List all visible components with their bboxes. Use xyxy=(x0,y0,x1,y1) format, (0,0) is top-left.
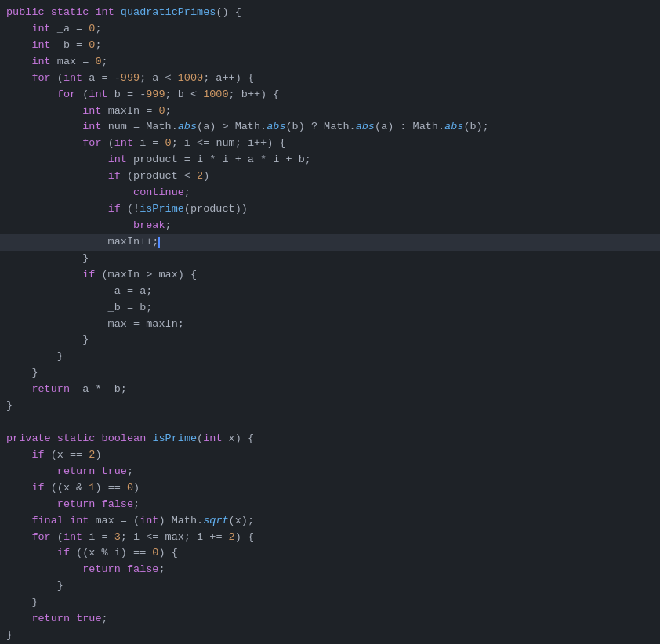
token-plain: ; xyxy=(165,105,172,117)
token-plain xyxy=(6,515,31,526)
code-line: } xyxy=(0,595,660,611)
token-plain: product = i * i + a * i + b; xyxy=(127,154,311,165)
code-line: int maxIn = 0; xyxy=(0,103,660,120)
code-line: maxIn++; xyxy=(0,234,660,251)
token-kw: int xyxy=(140,515,158,526)
code-line: if (product < 2) xyxy=(0,168,660,185)
token-plain: (maxIn > max) { xyxy=(95,269,197,280)
code-line: int num = Math.abs(a) > Math.abs(b) ? Ma… xyxy=(0,119,660,136)
token-plain xyxy=(6,482,31,494)
token-kw: int xyxy=(63,531,82,543)
token-plain: ; i <= num; i++) { xyxy=(172,137,286,149)
token-fn-italic: abs xyxy=(267,121,285,132)
token-kw: continue xyxy=(133,186,184,198)
token-kw: return xyxy=(82,563,121,575)
token-plain: ((x & xyxy=(45,482,89,494)
token-plain: } xyxy=(6,629,13,641)
token-kw: static xyxy=(51,6,89,18)
token-plain: ; xyxy=(158,563,165,575)
token-plain: ; xyxy=(95,39,101,51)
code-line: for (int b = -999; b < 1000; b++) { xyxy=(0,87,660,103)
token-plain xyxy=(6,72,31,84)
code-line: return _a * _b; xyxy=(0,382,660,398)
token-kw: int xyxy=(114,137,133,149)
token-plain xyxy=(6,39,31,51)
token-kw: int xyxy=(82,105,101,117)
code-line: _a = a; xyxy=(0,284,660,300)
code-line: private static boolean isPrime(int x) { xyxy=(0,431,660,447)
token-plain: (product)) xyxy=(184,203,248,215)
token-plain: _a = xyxy=(51,23,89,34)
token-plain: ) xyxy=(133,482,140,494)
token-kw: for xyxy=(31,72,50,84)
code-line: } xyxy=(0,398,660,414)
token-plain: } xyxy=(6,580,63,592)
token-plain: _a = a; xyxy=(6,285,152,297)
token-plain xyxy=(6,154,108,165)
code-line: if (!isPrime(product)) xyxy=(0,201,660,218)
token-plain: ( xyxy=(51,72,63,84)
token-plain: (x); xyxy=(229,515,254,526)
token-plain: } xyxy=(6,252,89,264)
token-num: 0 xyxy=(165,137,172,149)
token-kw: final xyxy=(31,515,63,526)
token-plain: ) Math. xyxy=(158,515,203,526)
token-kw: if xyxy=(57,547,70,559)
token-plain: (! xyxy=(121,203,140,215)
token-plain xyxy=(6,186,133,198)
token-plain xyxy=(114,6,121,18)
code-line: int product = i * i + a * i + b; xyxy=(0,152,660,168)
token-plain xyxy=(6,613,31,624)
token-plain: num = Math. xyxy=(102,121,178,132)
token-plain: () { xyxy=(216,6,241,18)
token-plain: ) == xyxy=(95,482,127,494)
token-plain xyxy=(63,515,70,526)
token-kw: int xyxy=(203,432,222,444)
token-num: 1000 xyxy=(203,89,228,100)
token-plain: _a * _b; xyxy=(70,383,127,395)
code-line: if (maxIn > max) { xyxy=(0,267,660,284)
code-line: } xyxy=(0,251,660,267)
token-kw: if xyxy=(82,269,95,280)
token-plain: } xyxy=(6,350,63,362)
token-plain xyxy=(6,547,57,559)
token-plain: ; a++) { xyxy=(203,72,254,84)
code-line: } xyxy=(0,628,660,644)
token-plain: ; b < xyxy=(165,89,204,100)
token-kw: return xyxy=(31,383,70,395)
token-plain: ; xyxy=(102,613,108,624)
code-line: for (int a = -999; a < 1000; a++) { xyxy=(0,71,660,87)
token-kw: boolean xyxy=(102,432,147,444)
token-kw: int xyxy=(89,89,107,100)
token-plain: a = - xyxy=(82,72,121,84)
token-kw: true xyxy=(102,465,127,477)
token-plain: } xyxy=(6,596,38,608)
token-plain xyxy=(45,6,51,18)
token-plain xyxy=(6,137,82,149)
token-plain xyxy=(6,563,82,575)
code-line: max = maxIn; xyxy=(0,317,660,333)
code-line: } xyxy=(0,349,660,365)
token-num: 0 xyxy=(158,105,165,117)
token-kw: int xyxy=(31,39,50,51)
token-num: 999 xyxy=(146,89,165,100)
token-plain xyxy=(6,465,57,477)
token-fn-italic: abs xyxy=(178,121,197,132)
token-fn-italic: sqrt xyxy=(203,515,228,526)
token-plain: max = xyxy=(51,56,96,67)
token-num: 3 xyxy=(114,531,121,543)
code-line: return true; xyxy=(0,611,660,628)
token-plain: ((x % i) == xyxy=(70,547,152,559)
token-kw: true xyxy=(76,613,101,624)
token-plain: maxIn = xyxy=(102,105,159,117)
token-fn-italic: abs xyxy=(444,121,463,132)
token-plain xyxy=(6,121,82,132)
token-plain: ; xyxy=(127,465,133,477)
token-kw: int xyxy=(95,6,114,18)
token-num: 999 xyxy=(121,72,140,84)
code-line: if ((x & 1) == 0) xyxy=(0,480,660,497)
token-fn: isPrime xyxy=(152,432,197,444)
token-num: 2 xyxy=(197,170,203,182)
token-plain: (b); xyxy=(463,121,488,132)
token-plain: _b = xyxy=(51,39,89,51)
